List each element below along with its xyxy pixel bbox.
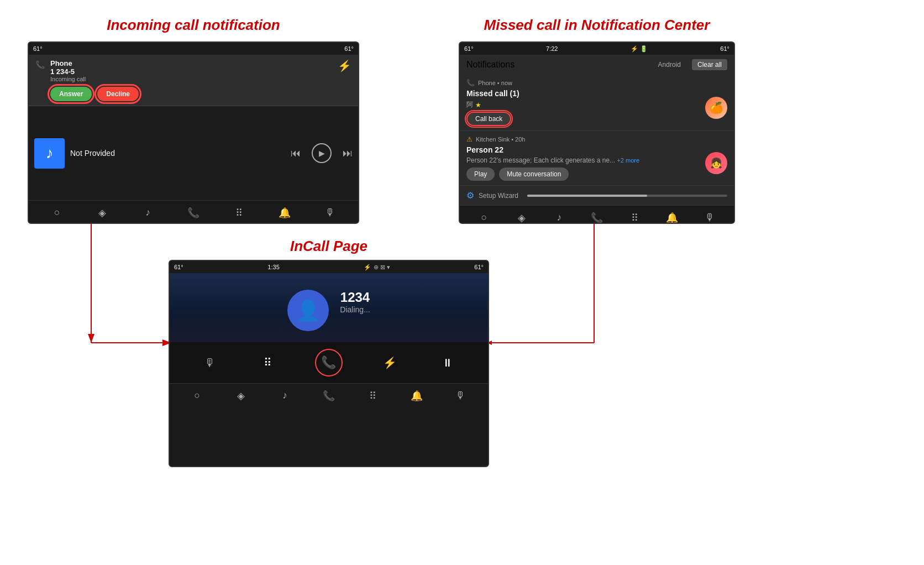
notif1-content-row: Missed call (1) 阿 ★ Call back 🍊 (466, 89, 727, 126)
status-temp-left-1: 61° (33, 45, 43, 52)
status-icons-2: ⚡ 🔋 (631, 45, 648, 53)
gear-icon: ⚙ (466, 190, 474, 201)
notif2-body: Person 22's message; Each click generate… (466, 156, 639, 164)
call-back-button[interactable]: Call back (466, 112, 511, 126)
incall-main-area: 👤 1234 Dialing... (170, 273, 488, 342)
title-incoming: Incoming call notification (28, 17, 359, 34)
notif1-header: 📞 Phone • now (466, 79, 727, 87)
nav-home-3[interactable]: ○ (187, 386, 207, 406)
screen-notifications: 61° 7:22 ⚡ 🔋 61° Notifications Android C… (459, 41, 735, 224)
status-time-2: 7:22 (546, 45, 558, 52)
nav-phone-3[interactable]: 📞 (319, 386, 339, 406)
notifications-title: Notifications (466, 60, 514, 70)
notif2-left: Person 22 Person 22's message; Each clic… (466, 145, 639, 181)
answer-button[interactable]: Answer (50, 87, 92, 101)
nav-home-1[interactable]: ○ (47, 203, 67, 223)
contact-avatar-1: 🍊 (705, 97, 727, 119)
incoming-call-notification: 📞 Phone 1 234-5 Incoming call Answer Dec… (29, 55, 358, 106)
bluetooth-button[interactable]: ⚡ (379, 352, 401, 374)
contact-avatar-2: 👧 (705, 152, 727, 174)
play-pause-button[interactable]: ▶ (312, 143, 332, 163)
nav-notifications-3[interactable]: 🔔 (407, 386, 427, 406)
notif2-source: Kitchen Sink • 20h (476, 136, 525, 143)
bottom-nav-3: ○ ◈ ♪ 📞 ⠿ 🔔 🎙 (170, 383, 488, 407)
prev-icon[interactable]: ⏮ (291, 148, 301, 159)
status-temp-left-3: 61° (174, 264, 183, 270)
setup-text: Setup Wizard (479, 192, 518, 200)
status-temp-right-2: 61° (720, 45, 729, 52)
avatar-anime-img: 👧 (705, 152, 727, 174)
nav-music-1[interactable]: ♪ (138, 203, 158, 223)
star-row: 阿 ★ (466, 100, 519, 109)
nav-compass-1[interactable]: ◈ (92, 203, 112, 223)
notif1-left: Missed call (1) 阿 ★ Call back (466, 89, 519, 126)
status-temp-left-2: 61° (464, 45, 474, 52)
clear-all-button[interactable]: Clear all (692, 59, 727, 70)
title-missed: Missed call in Notification Center (459, 17, 735, 34)
mute-conversation-button[interactable]: Mute conversation (499, 168, 569, 181)
notif2-title: Person 22 (466, 145, 639, 154)
nav-phone-1[interactable]: 📞 (183, 203, 203, 223)
media-player-area: ♪ Not Provided ⏮ ▶ ⏭ (29, 106, 358, 200)
phone-icon-2: 📞 (466, 79, 475, 87)
notif1-title: Missed call (1) (466, 89, 519, 98)
bottom-nav-2: ○ ◈ ♪ 📞 ⠿ 🔔 🎙 (460, 205, 734, 224)
nav-music-2[interactable]: ♪ (549, 208, 569, 224)
nav-compass-3[interactable]: ◈ (231, 386, 251, 406)
media-title: Not Provided (70, 149, 115, 158)
nav-apps-2[interactable]: ⠿ (624, 208, 644, 224)
notif1-source: Phone • now (478, 80, 512, 86)
nav-mic-2[interactable]: 🎙 (700, 208, 720, 224)
kitchen-sink-notification: ⚠ Kitchen Sink • 20h Person 22 Person 22… (460, 131, 734, 186)
notif2-header: ⚠ Kitchen Sink • 20h (466, 135, 727, 143)
status-temp-right-3: 61° (474, 264, 484, 270)
nav-phone-2[interactable]: 📞 (587, 208, 607, 224)
screen-incall: 61° 1:35 ⚡ ⊕ ⊠ ▾ 61° 👤 1234 Dialing... 🎙… (169, 260, 489, 467)
nav-compass-2[interactable]: ◈ (512, 208, 532, 224)
status-bar-1: 61° 61° (29, 43, 358, 55)
nav-mic-1[interactable]: 🎙 (320, 203, 340, 223)
avatar-fruit-img: 🍊 (705, 97, 727, 119)
nav-music-3[interactable]: ♪ (275, 386, 295, 406)
setup-progress-bar (527, 195, 727, 197)
caller-avatar: 👤 (287, 290, 329, 331)
status-time-3: 1:35 (267, 264, 279, 270)
setup-progress-fill (527, 195, 647, 197)
notif2-actions: Play Mute conversation (466, 168, 639, 181)
caller-info: 1234 Dialing... (340, 290, 370, 314)
nav-notifications-2[interactable]: 🔔 (662, 208, 682, 224)
status-bar-3: 61° 1:35 ⚡ ⊕ ⊠ ▾ 61° (170, 261, 488, 273)
caller-number: 1 234-5 (50, 67, 328, 76)
keypad-button[interactable]: ⠿ (257, 352, 279, 374)
status-temp-right-1: 61° (344, 45, 354, 52)
nav-mic-3[interactable]: 🎙 (450, 386, 470, 406)
notifications-header: Notifications Android Clear all (460, 55, 734, 75)
star-icon: ★ (475, 101, 481, 109)
android-label: Android (658, 61, 681, 69)
decline-button[interactable]: Decline (97, 87, 139, 101)
notif2-content-row: Person 22 Person 22's message; Each clic… (466, 145, 727, 181)
incall-controls: 🎙 ⠿ 📞 ⚡ ⏸ (170, 342, 488, 383)
mute-button[interactable]: 🎙 (199, 352, 221, 374)
caller-name: 1234 (340, 290, 370, 305)
hold-button[interactable]: ⏸ (437, 352, 459, 374)
next-icon[interactable]: ⏭ (343, 148, 353, 159)
nav-apps-3[interactable]: ⠿ (363, 386, 382, 406)
title-incall: InCall Page (169, 238, 489, 255)
nav-apps-1[interactable]: ⠿ (229, 203, 249, 223)
bottom-nav-1: ○ ◈ ♪ 📞 ⠿ 🔔 🎙 (29, 200, 358, 224)
nav-home-2[interactable]: ○ (474, 208, 494, 224)
end-call-button[interactable]: 📞 (315, 349, 343, 376)
media-controls: ⏮ ▶ ⏭ (291, 143, 353, 163)
app-name-1: Phone (50, 59, 328, 67)
play-button[interactable]: Play (466, 168, 495, 181)
call-actions: Answer Decline (50, 87, 328, 101)
status-icons-3: ⚡ ⊕ ⊠ ▾ (364, 264, 390, 271)
nav-notifications-1[interactable]: 🔔 (275, 203, 295, 223)
screen-incoming-call: 61° 61° 📞 Phone 1 234-5 Incoming call An… (28, 41, 359, 224)
warning-icon: ⚠ (466, 135, 473, 143)
notif-content-1: Phone 1 234-5 Incoming call Answer Decli… (50, 59, 328, 101)
call-subtitle: Incoming call (50, 76, 328, 82)
album-art: ♪ (34, 138, 65, 169)
status-bar-2: 61° 7:22 ⚡ 🔋 61° (460, 43, 734, 55)
